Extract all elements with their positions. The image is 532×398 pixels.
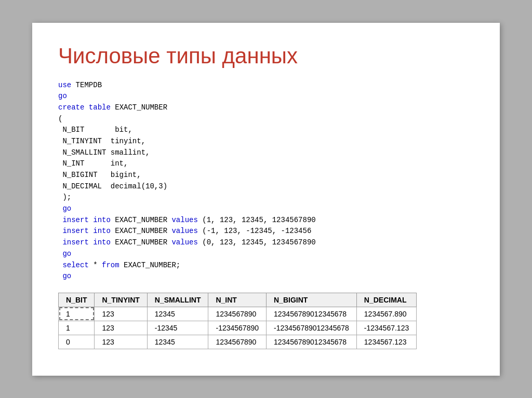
cell-r1-nint: 1234567890	[208, 307, 267, 321]
code-block: use TEMPDB go create table EXACT_NUMBER …	[58, 80, 474, 282]
cell-r3-nint: 1234567890	[208, 335, 267, 349]
col-header-nbit: N_BIT	[59, 293, 95, 307]
code-line-6: N_TINYINT tinyint,	[58, 136, 474, 147]
cell-r2-nint: -1234567890	[208, 321, 267, 335]
code-line-14: insert into EXACT_NUMBER values (-1, 123…	[58, 226, 474, 237]
table-row: 0 123 12345 1234567890 12345678901234567…	[59, 335, 417, 349]
code-line-13: insert into EXACT_NUMBER values (1, 123,…	[58, 215, 474, 226]
code-line-9: N_BIGINT bigint,	[58, 170, 474, 181]
code-line-10: N_DECIMAL decimal(10,3)	[58, 181, 474, 193]
cell-r1-nbit: 1	[59, 307, 95, 321]
col-header-nsmallint: N_SMALLINT	[147, 293, 208, 307]
col-header-ndecimal: N_DECIMAL	[356, 293, 416, 307]
col-header-nbigint: N_BIGINT	[267, 293, 357, 307]
code-line-3: create table EXACT_NUMBER	[58, 102, 474, 114]
cell-r3-nsmallint: 12345	[147, 335, 208, 349]
code-line-18: go	[58, 271, 474, 282]
cell-r3-ntinyint: 123	[95, 335, 147, 349]
cell-r1-nbigint: 12345678901234567​8	[267, 307, 357, 321]
table-row: 1 123 12345 1234567890 12345678901234567…	[59, 307, 417, 321]
cell-r3-ndecimal: 1234567.123	[356, 335, 416, 349]
code-line-7: N_SMALLINT smallint,	[58, 147, 474, 159]
cell-r2-nbigint: -123456789012345678	[267, 321, 357, 335]
code-line-12: go	[58, 203, 474, 215]
code-line-17: select * from EXACT_NUMBER;	[58, 260, 474, 271]
code-line-1: use TEMPDB	[58, 80, 474, 91]
code-line-11: );	[58, 192, 474, 203]
cell-r2-nsmallint: -12345	[147, 321, 208, 335]
code-line-15: insert into EXACT_NUMBER values (0, 123,…	[58, 237, 474, 249]
code-line-5: N_BIT bit,	[58, 125, 474, 136]
code-line-8: N_INT int,	[58, 158, 474, 170]
cell-r2-ntinyint: 123	[95, 321, 147, 335]
cell-r1-nsmallint: 12345	[147, 307, 208, 321]
table-row: 1 123 -12345 -1234567890 -12345678901234…	[59, 321, 417, 335]
slide: Числовые типы данных use TEMPDB go creat…	[32, 23, 500, 376]
cell-r3-nbit: 0	[59, 335, 95, 349]
data-table: N_BIT N_TINYINT N_SMALLINT N_INT N_BIGIN…	[58, 293, 417, 349]
data-table-wrapper: N_BIT N_TINYINT N_SMALLINT N_INT N_BIGIN…	[58, 293, 474, 349]
code-line-2: go	[58, 91, 474, 102]
cell-r2-ndecimal: -1234567.123	[356, 321, 416, 335]
col-header-nint: N_INT	[208, 293, 267, 307]
cell-r3-nbigint: 12345678901234567​8	[267, 335, 357, 349]
cell-r1-ndecimal: 1234567.890	[356, 307, 416, 321]
col-header-ntinyint: N_TINYINT	[95, 293, 147, 307]
code-line-4: (	[58, 114, 474, 125]
table-header-row: N_BIT N_TINYINT N_SMALLINT N_INT N_BIGIN…	[59, 293, 417, 307]
slide-title: Числовые типы данных	[58, 44, 474, 68]
code-line-16: go	[58, 249, 474, 260]
cell-r1-ntinyint: 123	[95, 307, 147, 321]
cell-r2-nbit: 1	[59, 321, 95, 335]
